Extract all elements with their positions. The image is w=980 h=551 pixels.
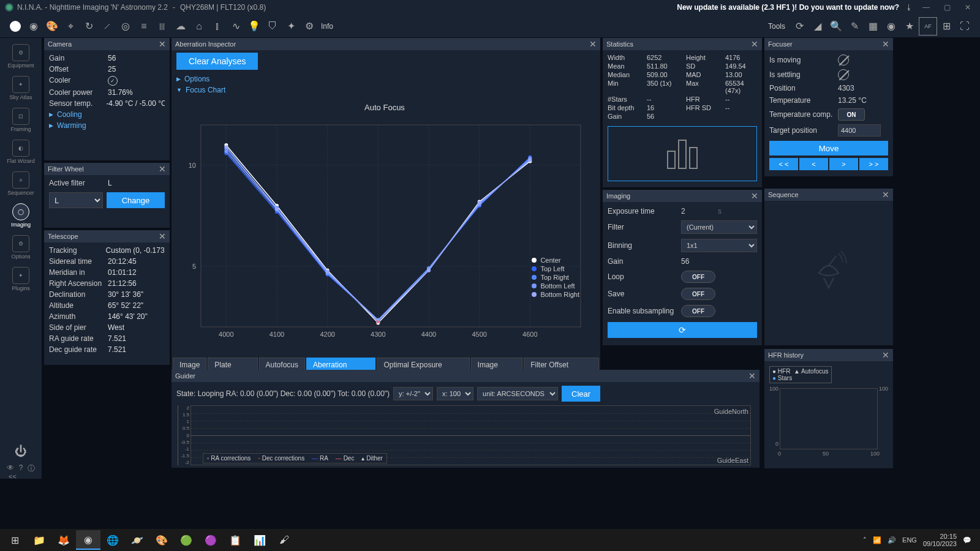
taskbar-app8-icon[interactable]: 🖌 — [272, 530, 296, 550]
nav-options[interactable]: ⚙Options — [4, 231, 38, 263]
taskbar-app5-icon[interactable]: 🟣 — [198, 530, 223, 550]
tool-palette-icon[interactable]: 🎨 — [43, 17, 61, 36]
guider-unit-select[interactable]: unit: ARCSECONDS — [477, 387, 558, 400]
taskbar-firefox-icon[interactable]: 🦊 — [51, 530, 76, 550]
step-back-fast-button[interactable]: < < — [769, 158, 798, 170]
change-button[interactable]: Change — [107, 192, 165, 208]
warming-expander[interactable]: Warming — [49, 120, 165, 131]
loop-toggle[interactable]: OFF — [681, 271, 715, 283]
tray-lang[interactable]: ENG — [902, 536, 917, 544]
imaging-filter-select[interactable]: (Current) — [681, 220, 757, 234]
taskbar-app6-icon[interactable]: 📋 — [223, 530, 247, 550]
tool-right-4-icon[interactable]: ✎ — [845, 17, 864, 36]
tool-equalizer-icon[interactable]: ⫼ — [153, 17, 172, 36]
tray-volume-icon[interactable]: 🔊 — [888, 536, 896, 544]
hfr-close-icon[interactable]: ✕ — [882, 350, 889, 360]
nav-equipment[interactable]: ⚙Equipment — [4, 40, 38, 72]
tool-aperture-icon[interactable]: ◉ — [24, 17, 43, 36]
guider-clear-button[interactable]: Clear — [562, 386, 600, 402]
collapse-indicator[interactable]: << — [9, 473, 17, 480]
info-icon[interactable]: ⓘ — [28, 463, 35, 474]
exposure-input[interactable] — [681, 207, 718, 216]
sequence-close-icon[interactable]: ✕ — [882, 190, 889, 200]
tool-cloud-icon[interactable]: ☁ — [172, 17, 190, 36]
tool-right-3-icon[interactable]: 🔍 — [827, 17, 845, 36]
tool-wrench-icon[interactable]: ⚙ — [300, 17, 318, 36]
taskbar-app2-icon[interactable]: 🪐 — [125, 530, 149, 550]
aberration-close-icon[interactable]: ✕ — [589, 39, 597, 49]
tool-right-5-icon[interactable]: ▦ — [864, 17, 882, 36]
nav-imaging[interactable]: ◯Imaging — [4, 200, 38, 231]
imaging-close-icon[interactable]: ✕ — [751, 191, 758, 201]
guider-x-select[interactable]: x: 100 — [437, 387, 473, 400]
nav-skyatlas[interactable]: ✦Sky Atlas — [4, 72, 38, 104]
tool-right-grid-icon[interactable]: ⊞ — [937, 17, 956, 36]
tool-refresh-icon[interactable]: ↻ — [80, 17, 98, 36]
help-icon[interactable]: ? — [19, 463, 23, 474]
power-icon[interactable]: ⏻ — [15, 444, 27, 463]
tool-telescope-icon[interactable]: ⟋ — [98, 17, 116, 36]
maximize-button[interactable]: ▢ — [940, 3, 954, 12]
target-position-input[interactable] — [838, 124, 881, 137]
tool-building-icon[interactable]: ⌂ — [190, 17, 208, 36]
taskbar-app4-icon[interactable]: 🟢 — [174, 530, 198, 550]
tool-sliders-icon[interactable]: ≡ — [135, 17, 153, 36]
tool-bars-icon[interactable]: ⫿ — [208, 17, 227, 36]
tool-right-af-icon[interactable]: AF — [919, 17, 937, 36]
capture-button[interactable]: ⟳ — [608, 322, 757, 338]
focuser-close-icon[interactable]: ✕ — [882, 39, 889, 49]
clear-analyses-button[interactable]: Clear Analyses — [176, 53, 258, 70]
download-icon[interactable]: ⭳ — [905, 3, 913, 12]
nav-framing[interactable]: ⊡Framing — [4, 104, 38, 136]
focuser-title: Focuser — [768, 40, 793, 48]
binning-select[interactable]: 1x1 — [681, 239, 757, 252]
tool-right-2-icon[interactable]: ◢ — [809, 17, 827, 36]
guider-y-select[interactable]: y: +/-2" — [393, 387, 433, 400]
stats-close-icon[interactable]: ✕ — [751, 39, 758, 49]
tool-right-6-icon[interactable]: ◉ — [882, 17, 900, 36]
tool-shield-icon[interactable]: ⛉ — [263, 17, 282, 36]
tool-crosshair-icon[interactable]: ⌖ — [61, 17, 80, 36]
nav-plugins[interactable]: ✦Plugins — [4, 263, 38, 295]
step-fwd-fast-button[interactable]: > > — [859, 158, 888, 170]
filterwheel-close-icon[interactable]: ✕ — [159, 164, 166, 174]
taskbar-app7-icon[interactable]: 📊 — [247, 530, 272, 550]
taskbar-app3-icon[interactable]: 🎨 — [149, 530, 174, 550]
guider-close-icon[interactable]: ✕ — [748, 371, 756, 381]
tool-right-1-icon[interactable]: ⟳ — [790, 17, 809, 36]
tray-notifications-icon[interactable]: 💬 — [963, 536, 971, 544]
minimize-button[interactable]: — — [919, 3, 933, 12]
telescope-close-icon[interactable]: ✕ — [159, 231, 166, 241]
taskbar-explorer-icon[interactable]: 📁 — [27, 530, 51, 550]
tool-puzzle-icon[interactable]: ✦ — [282, 17, 300, 36]
focuschart-expander[interactable]: Focus Chart — [176, 84, 595, 96]
camera-close-icon[interactable]: ✕ — [159, 39, 166, 49]
close-button[interactable]: ✕ — [960, 3, 975, 12]
move-button[interactable]: Move — [769, 141, 888, 156]
step-back-button[interactable]: < — [799, 158, 828, 170]
tempcomp-toggle[interactable]: ON — [838, 108, 865, 121]
cooling-expander[interactable]: Cooling — [49, 109, 165, 120]
tool-chart-icon[interactable]: ∿ — [227, 17, 245, 36]
taskbar-app1-icon[interactable]: 🌐 — [100, 530, 125, 550]
nav-sequencer[interactable]: ≡Sequencer — [4, 168, 38, 200]
imaging-gain-input[interactable] — [681, 257, 718, 266]
update-notice[interactable]: New update is available (2.3 HF1 )! Do y… — [677, 3, 899, 12]
tool-bulb-icon[interactable]: 💡 — [245, 17, 263, 36]
tray-wifi-icon[interactable]: 📶 — [873, 536, 881, 544]
tool-target-icon[interactable]: ◎ — [116, 17, 135, 36]
step-fwd-button[interactable]: > — [829, 158, 858, 170]
tool-circle-icon[interactable] — [10, 21, 21, 32]
filter-select[interactable]: L — [49, 192, 103, 208]
tool-right-expand-icon[interactable]: ⛶ — [956, 17, 974, 36]
subsample-toggle[interactable]: OFF — [681, 305, 715, 317]
toolbar-info-label[interactable]: Info — [321, 22, 333, 31]
save-toggle[interactable]: OFF — [681, 288, 715, 300]
start-button[interactable]: ⊞ — [2, 530, 27, 550]
options-expander[interactable]: Options — [176, 73, 595, 84]
taskbar-nina-icon[interactable]: ◉ — [76, 530, 100, 550]
tray-clock[interactable]: 20:1509/10/2023 — [923, 533, 957, 547]
nav-flatwizard[interactable]: ◐Flat Wizard — [4, 136, 38, 168]
tool-right-star-icon[interactable]: ★ — [900, 17, 919, 36]
tray-up-icon[interactable]: ˄ — [863, 536, 867, 544]
